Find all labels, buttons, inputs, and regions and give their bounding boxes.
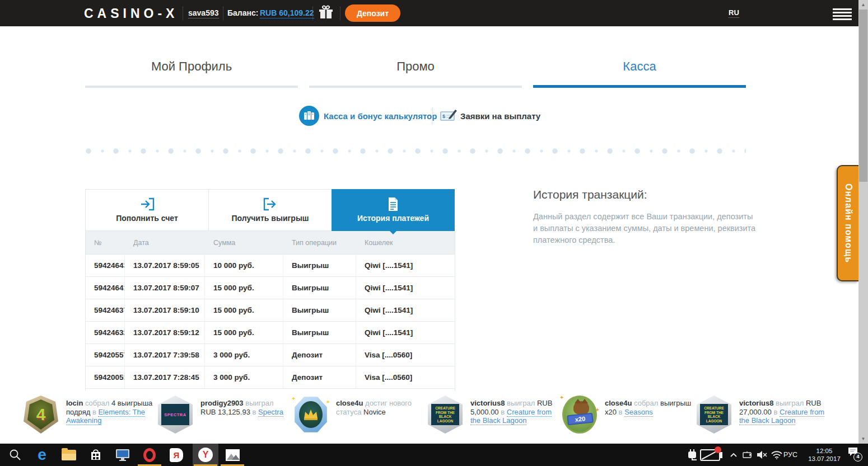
deposit-button[interactable]: Депозит (345, 4, 400, 22)
novice-status-badge-icon: ✦ ✦ (292, 394, 329, 435)
transaction-history-description: Данный раздел содержит все Ваши транзакц… (533, 211, 758, 246)
display-settings-icon[interactable] (110, 444, 136, 466)
photos-app-icon[interactable] (220, 444, 245, 466)
tab-get-winnings[interactable]: Получить выигрыш (208, 189, 332, 231)
scroll-up-arrow-icon[interactable]: ▲ (858, 0, 868, 10)
subnav-divider (432, 107, 433, 124)
table-row: 59420557 13.07.2017 7:39:58 3 000 руб. Д… (85, 344, 455, 366)
online-help-tab[interactable]: Онлайн помощь (837, 165, 858, 281)
tab-top-up-account[interactable]: Пополнить счет (85, 189, 208, 231)
volume-muted-icon[interactable] (755, 444, 769, 466)
windows-taskbar: e Я Y (0, 444, 868, 466)
scroll-down-arrow-icon[interactable]: ▼ (858, 434, 868, 444)
balance-label: Баланс: (227, 8, 258, 17)
spectra-badge-icon: SPECTRA (157, 394, 194, 435)
keyboard-language-indicator[interactable]: РУС (783, 444, 797, 466)
winner-item: ✦ ✦ close4u достиг нового статуса Novice (292, 394, 424, 435)
creature-black-lagoon-badge-icon: CREATURE FROM THE BLACK LAGOON (427, 394, 464, 435)
col-amount: Сумма (205, 239, 283, 247)
clock-date[interactable]: 12:05 13.07.2017 (802, 444, 847, 466)
col-number: № (86, 239, 125, 247)
notification-count-badge: 4 (853, 453, 862, 462)
tab-my-profile[interactable]: Мой Профиль (85, 53, 298, 88)
seasons-x20-badge-icon: x20 ✦ ✦ (561, 394, 598, 435)
search-icon[interactable] (2, 444, 28, 466)
elements-badge-icon: 4 (22, 394, 59, 435)
document-icon (332, 196, 454, 212)
yandex-y-browser-icon[interactable]: Y (193, 444, 218, 466)
tab-payment-history[interactable]: История платежей (332, 189, 455, 231)
notification-center-icon[interactable]: 4 (848, 447, 858, 458)
deposit-arrow-icon (86, 196, 208, 212)
language-switcher[interactable]: RU (729, 8, 739, 18)
table-row: 59424641 13.07.2017 8:59:07 15 000 руб. … (85, 277, 455, 299)
withdraw-arrow-icon (209, 196, 332, 212)
cashier-calculator-link[interactable]: Касса и бонус калькулятор (324, 111, 437, 121)
winner-item: x20 ✦ ✦ close4u собрал выигрыш x20 в Sea… (561, 394, 693, 435)
edge-browser-icon[interactable]: e (29, 444, 55, 466)
opera-browser-icon[interactable] (137, 444, 162, 466)
table-row: 59424637 13.07.2017 8:59:10 15 000 руб. … (85, 299, 455, 322)
menu-icon[interactable] (833, 8, 852, 22)
winner-item: CREATURE FROM THE BLACK LAGOON victorius… (427, 394, 559, 435)
col-wallet: Кошелек (356, 239, 455, 247)
clock-date-value: 13.07.2017 (802, 455, 847, 463)
table-row: 59420051 13.07.2017 7:28:45 3 000 руб. Д… (85, 366, 455, 389)
winners-strip: 4 locin собрал 4 выигрыша подряд в Eleme… (0, 392, 868, 444)
balance-value-link[interactable]: RUB 60,109.22 (260, 8, 314, 18)
header-divider (312, 7, 313, 20)
game-link[interactable]: Spectra (258, 408, 283, 417)
casino-x-logo[interactable]: CASINO-X (84, 6, 178, 21)
transaction-history-title: История транзакций: (533, 188, 647, 201)
col-operation-type: Тип операции (283, 239, 356, 247)
file-explorer-icon[interactable] (56, 444, 82, 466)
tab-cashier[interactable]: Касса (533, 53, 746, 88)
svg-text:$: $ (442, 114, 445, 119)
col-date: Дата (125, 239, 205, 247)
header-divider (340, 7, 340, 20)
table-row: 59424643 13.07.2017 8:59:05 10 000 руб. … (85, 255, 455, 277)
creature-black-lagoon-badge-icon: CREATURE FROM THE BLACK LAGOON (696, 394, 732, 435)
dotted-separator (85, 148, 746, 154)
battery-status-icon[interactable] (740, 444, 755, 466)
payout-requests-link[interactable]: Заявки на выплату (460, 111, 540, 121)
winner-item: 4 locin собрал 4 выигрыша подряд в Eleme… (22, 394, 155, 435)
cashier-calculator-icon[interactable] (299, 106, 319, 126)
payout-requests-icon[interactable]: $ (440, 109, 457, 125)
game-link[interactable]: Seasons (624, 408, 653, 417)
yandex-browser-icon[interactable]: Я (164, 444, 189, 466)
header-divider (223, 7, 223, 20)
wifi-icon[interactable] (769, 444, 784, 466)
username-link[interactable]: sava593 (188, 8, 219, 18)
windows-store-icon[interactable] (83, 444, 109, 466)
header-divider (183, 7, 183, 20)
clock-time: 12:05 (802, 447, 847, 455)
gift-icon[interactable] (318, 5, 334, 23)
hidden-icons-chevron-icon[interactable] (727, 444, 740, 466)
table-row-clipped (85, 389, 455, 391)
cashier-panel: Пополнить счет Получить выигрыш (85, 189, 455, 391)
tab-promo[interactable]: Промо (309, 53, 522, 88)
winner-item: SPECTRA prodigy2903 выиграл RUB 13,125.9… (157, 394, 289, 435)
scrollbar-thumb[interactable] (859, 10, 867, 182)
winner-item: CREATURE FROM THE BLACK LAGOON victorius… (696, 394, 828, 435)
site-header: CASINO-X sava593 Баланс: RUB 60,109.22 Д… (0, 0, 868, 26)
vertical-scrollbar[interactable]: ▲ ▼ (858, 0, 868, 444)
table-header-row: № Дата Сумма Тип операции Кошелек (85, 231, 455, 255)
battery-power-icon[interactable] (684, 444, 727, 466)
table-row: 59424632 13.07.2017 8:59:12 15 000 руб. … (85, 322, 455, 344)
